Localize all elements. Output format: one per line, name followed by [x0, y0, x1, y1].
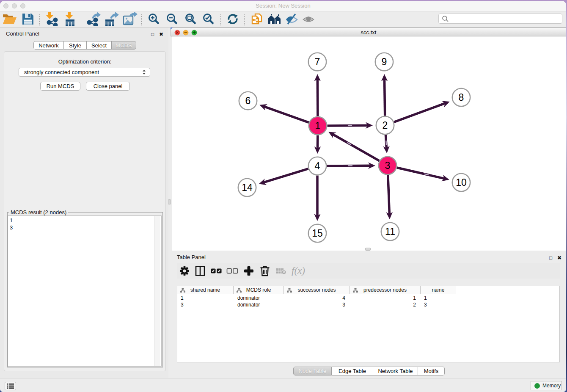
svg-text:2: 2 — [383, 120, 388, 131]
svg-text:14: 14 — [242, 182, 253, 193]
svg-text:9: 9 — [382, 56, 387, 67]
svg-text:10: 10 — [456, 177, 467, 188]
svg-text:7: 7 — [315, 56, 320, 67]
svg-text:11: 11 — [385, 226, 395, 237]
svg-text:15: 15 — [312, 228, 323, 239]
svg-text:f(x): f(x) — [292, 265, 305, 276]
svg-text:3: 3 — [385, 160, 391, 171]
svg-text:1: 1 — [315, 120, 321, 131]
svg-text:4: 4 — [315, 160, 320, 171]
svg-text:6: 6 — [245, 95, 251, 106]
svg-text:8: 8 — [459, 92, 464, 103]
